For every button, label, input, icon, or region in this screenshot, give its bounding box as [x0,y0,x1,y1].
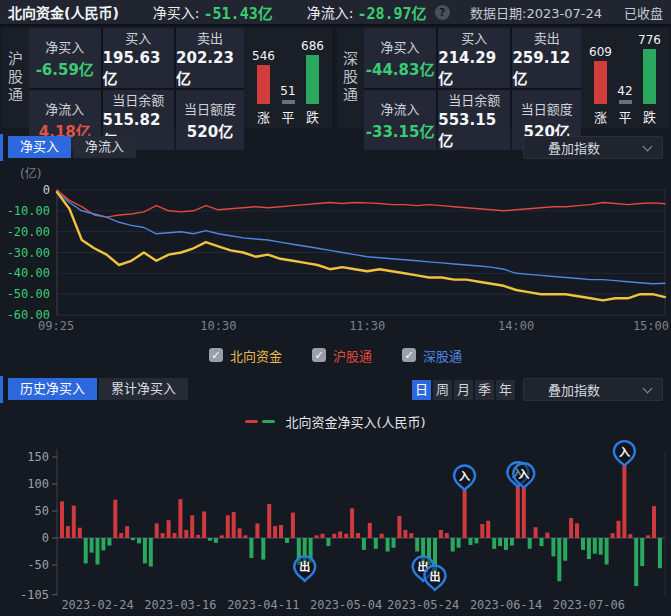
bar[interactable] [90,538,94,553]
bar[interactable] [214,538,218,543]
bar[interactable] [362,538,366,550]
bar[interactable] [634,538,638,586]
bar[interactable] [374,538,378,549]
bar[interactable] [457,538,461,548]
bar[interactable] [184,530,188,538]
overlay-index-dropdown[interactable]: 叠加指数 [523,136,663,159]
bar[interactable] [403,530,407,538]
bar[interactable] [581,538,585,550]
bar[interactable] [96,538,100,565]
bar[interactable] [321,534,325,538]
bar[interactable] [60,501,64,538]
bar[interactable] [338,532,342,539]
bar[interactable] [137,538,141,543]
bar[interactable] [522,488,526,538]
bar[interactable] [131,538,135,540]
bar[interactable] [498,538,502,546]
bar[interactable] [652,506,656,538]
bar[interactable] [528,538,532,549]
bar[interactable] [486,521,490,538]
bar[interactable] [415,538,419,552]
bar[interactable] [350,508,354,538]
bar[interactable] [167,520,171,538]
bar[interactable] [315,535,319,538]
tab-history-1[interactable]: 累计净买入 [99,378,188,400]
period-button-4[interactable]: 年 [496,380,515,400]
bar[interactable] [149,538,153,567]
bar[interactable] [113,500,117,538]
bar[interactable] [474,538,478,543]
help-icon[interactable]: ? [435,5,450,20]
bar[interactable] [196,535,200,538]
bar[interactable] [640,538,644,566]
bar[interactable] [72,506,76,538]
bar[interactable] [658,538,662,568]
bar[interactable] [628,534,632,538]
bar[interactable] [279,525,283,538]
bar[interactable] [244,535,248,538]
bar[interactable] [575,523,579,538]
legend-checkbox[interactable]: ✓ [209,348,223,362]
bar[interactable] [480,524,484,538]
bar[interactable] [463,490,467,538]
bar[interactable] [326,538,330,546]
bar[interactable] [469,538,473,545]
bar[interactable] [504,538,508,550]
bar[interactable] [368,523,372,538]
bar[interactable] [569,518,573,538]
bar[interactable] [451,538,455,552]
history-bar-chart[interactable]: 150100500-50-1052023-02-242023-03-162023… [0,432,671,616]
bar[interactable] [285,538,289,543]
bar[interactable] [392,538,396,548]
bar[interactable] [617,521,621,538]
bar[interactable] [208,538,212,541]
bar[interactable] [516,487,520,538]
period-button-2[interactable]: 月 [454,380,473,400]
bar[interactable] [386,538,390,552]
bar[interactable] [344,534,348,538]
bar[interactable] [249,538,253,558]
bar[interactable] [646,535,650,538]
bar[interactable] [397,516,401,538]
bar[interactable] [611,533,615,538]
bar[interactable] [587,538,591,559]
period-button-0[interactable]: 日 [412,380,431,400]
bar[interactable] [557,538,561,581]
bar[interactable] [101,538,105,550]
bar[interactable] [273,526,277,538]
bar[interactable] [605,538,609,565]
bar[interactable] [563,538,567,561]
tab-intraday-1[interactable]: 净流入 [73,136,136,158]
bar[interactable] [119,533,123,538]
bar[interactable] [380,534,384,538]
bar[interactable] [540,538,544,546]
period-button-1[interactable]: 周 [433,380,452,400]
marker-pin-out[interactable]: 出 [424,566,445,591]
bar[interactable] [220,535,224,538]
bar[interactable] [261,538,265,560]
tab-intraday-0[interactable]: 净买入 [8,136,71,158]
bar[interactable] [492,538,496,549]
bar[interactable] [161,533,165,538]
bar[interactable] [510,538,514,546]
bar[interactable] [178,499,182,538]
marker-pin-in[interactable]: 入 [614,441,635,466]
bar[interactable] [291,513,295,538]
bar[interactable] [332,534,336,538]
bar[interactable] [226,515,230,538]
tab-history-0[interactable]: 历史净买入 [8,378,97,400]
legend-checkbox[interactable]: ✓ [312,348,326,362]
bar[interactable] [232,512,236,538]
bar[interactable] [125,526,129,538]
marker-pin-in[interactable]: 入 [454,465,475,490]
bar[interactable] [439,530,443,538]
bar[interactable] [255,523,259,538]
bar[interactable] [551,538,555,556]
intraday-line-chart[interactable]: 0-10.00-20.00-30.00-40.00-50.00-60.0009:… [0,178,671,342]
bar[interactable] [238,528,242,538]
bar[interactable] [84,538,88,563]
bar[interactable] [190,515,194,538]
bar[interactable] [173,533,177,538]
bar[interactable] [202,512,206,539]
bar[interactable] [599,538,603,555]
